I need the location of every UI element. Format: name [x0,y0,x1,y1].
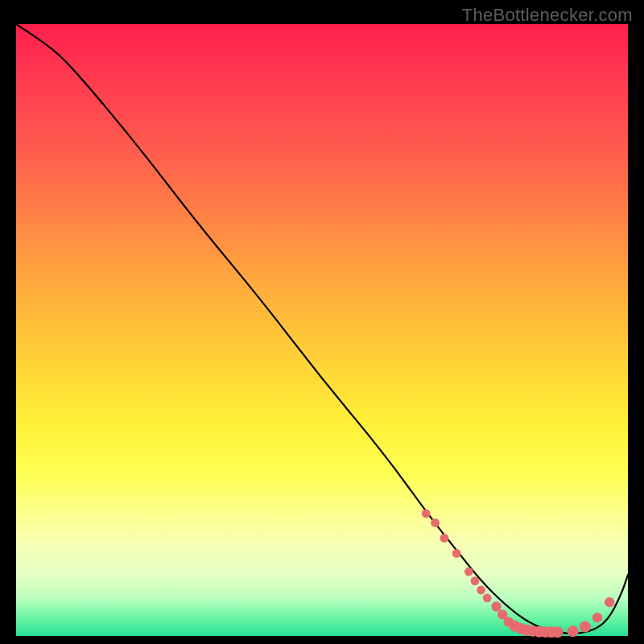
chart-curve [16,24,628,634]
viewport: TheBottlenecker.com [0,0,644,644]
chart-marker-dot [580,621,591,633]
chart-marker-dot [592,613,602,622]
chart-marker-dot [464,568,473,576]
chart-area [16,24,628,636]
chart-marker-dot [431,518,440,527]
chart-marker-dot [483,594,492,603]
chart-marker-dot [605,597,614,607]
chart-marker-dot [477,586,485,595]
chart-marker-dot [491,601,501,611]
chart-marker-dot [440,534,449,543]
chart-marker-dot [452,549,461,558]
chart-marker-dot [422,510,431,518]
watermark-text: TheBottlenecker.com [462,5,633,26]
chart-marker-dot [552,626,564,638]
chart-marker-dot [568,625,579,637]
chart-markers [422,510,615,638]
chart-marker-dot [471,576,480,585]
chart-overlay [16,24,628,636]
